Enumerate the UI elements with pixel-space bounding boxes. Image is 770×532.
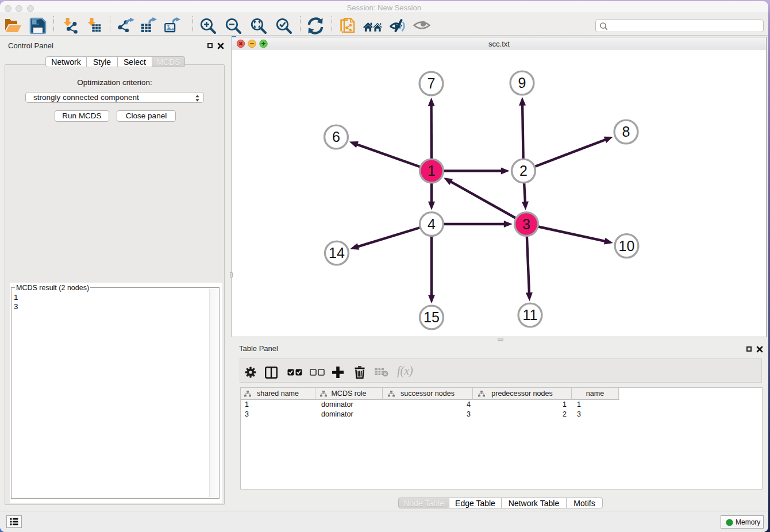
- svg-text:7: 7: [428, 75, 436, 91]
- svg-text:11: 11: [523, 307, 538, 323]
- svg-text:2: 2: [519, 163, 528, 179]
- svg-text:15: 15: [424, 309, 440, 325]
- svg-text:8: 8: [622, 124, 630, 140]
- svg-text:10: 10: [619, 238, 635, 254]
- svg-text:14: 14: [329, 245, 345, 261]
- svg-text:4: 4: [428, 216, 436, 232]
- svg-text:6: 6: [332, 129, 340, 145]
- svg-text:3: 3: [522, 216, 530, 232]
- svg-text:9: 9: [518, 75, 526, 91]
- svg-text:1: 1: [428, 163, 436, 179]
